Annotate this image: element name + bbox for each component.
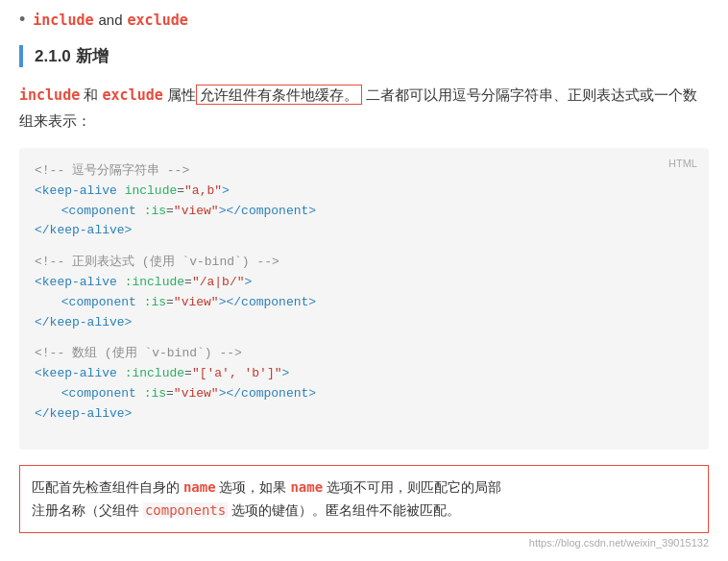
desc-paragraph: include 和 exclude 属性允许组件有条件地缓存。 二者都可以用逗号… [19, 83, 709, 133]
code-line-2-2: <component :is="view"></component> [35, 293, 693, 313]
code-line-1-2: <component :is="view"></component> [35, 202, 693, 222]
watermark-text: https://blog.csdn.net/weixin_39015132 [529, 537, 709, 549]
comment-1: <!-- 逗号分隔字符串 --> [35, 161, 693, 182]
and-text: and [99, 12, 123, 28]
note-line1-mid: 选项，如果 [216, 479, 291, 495]
section-title: 2.1.0 新增 [35, 47, 109, 65]
watermark: https://blog.csdn.net/weixin_39015132 [19, 537, 709, 549]
desc-he: 和 [84, 86, 102, 103]
code-line-1-3: </keep-alive> [35, 221, 693, 241]
comment-3: <!-- 数组 (使用 `v-bind`) --> [35, 344, 693, 364]
code-line-3-3: </keep-alive> [35, 404, 693, 425]
code-section-1: <!-- 逗号分隔字符串 --> <keep-alive include="a,… [35, 161, 693, 241]
note-components: components [143, 502, 228, 518]
code-block: HTML <!-- 逗号分隔字符串 --> <keep-alive includ… [19, 148, 709, 450]
include-keyword: include [33, 12, 93, 29]
desc-exclude: exclude [103, 86, 163, 104]
note-name1: name [183, 479, 216, 495]
code-section-2: <!-- 正则表达式 (使用 `v-bind`) --> <keep-alive… [35, 253, 693, 332]
page-container: • include and exclude 2.1.0 新增 include 和… [0, 0, 728, 561]
desc-include: include [19, 86, 80, 104]
code-line-2-3: </keep-alive> [35, 313, 693, 333]
code-line-2-1: <keep-alive :include="/a|b/"> [35, 273, 693, 293]
comment-2: <!-- 正则表达式 (使用 `v-bind`) --> [35, 253, 693, 273]
lang-label: HTML [668, 156, 697, 173]
code-section-3: <!-- 数组 (使用 `v-bind`) --> <keep-alive :i… [35, 344, 693, 424]
desc-highlight: 允许组件有条件地缓存。 [196, 85, 362, 105]
bullet-line: • include and exclude [19, 10, 709, 30]
note-name2: name [290, 479, 323, 495]
desc-attr: 属性 [167, 86, 196, 103]
code-line-1-1: <keep-alive include="a,b"> [35, 182, 693, 202]
code-line-3-2: <component :is="view"></component> [35, 384, 693, 404]
note-line1-post: 选项不可用，则匹配它的局部 [323, 479, 501, 495]
code-line-3-1: <keep-alive :include="['a', 'b']"> [35, 364, 693, 384]
section-header: 2.1.0 新增 [19, 45, 709, 67]
note-line1-pre: 匹配首先检查组件自身的 [32, 479, 183, 495]
exclude-keyword: exclude [128, 12, 188, 29]
note-line2-post: 选项的键值）。匿名组件不能被匹配。 [228, 502, 460, 518]
bullet-dot: • [19, 10, 25, 30]
note-line2-pre: 注册名称（父组件 [32, 502, 143, 518]
note-box: 匹配首先检查组件自身的 name 选项，如果 name 选项不可用，则匹配它的局… [19, 465, 709, 533]
